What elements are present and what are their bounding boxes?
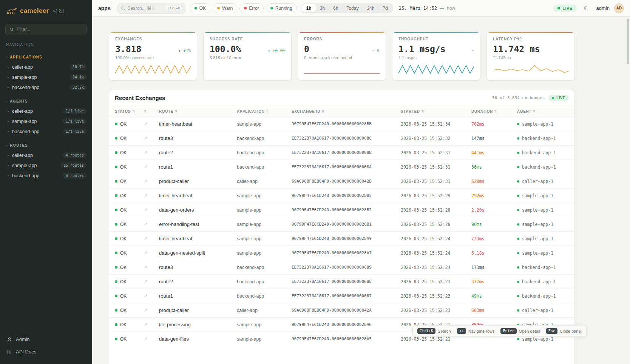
table-row[interactable]: OK ↗ data-gen-nested-split sample-app 90…	[109, 246, 574, 260]
agent-cell: sample-app-1	[517, 250, 569, 256]
sidebar-item-agent[interactable]: ▸ backend-app 1/1 live	[0, 126, 92, 137]
route-cell: data-gen-nested-split	[159, 250, 237, 256]
application-cell: sample-app	[237, 236, 292, 241]
section-routes-header[interactable]: ▾ ROUTES	[0, 143, 92, 147]
open-exchange-icon[interactable]: ↗	[144, 293, 159, 298]
column-header-agent[interactable]: AGENT ⇅	[517, 109, 569, 114]
open-exchange-icon[interactable]: ↗	[144, 236, 159, 241]
open-exchange-icon[interactable]: ↗	[144, 250, 159, 255]
table-row[interactable]: OK ↗ timer-heartbeat sample-app 90799F47…	[109, 117, 574, 131]
date-range[interactable]: 25. März 14:52 — now	[399, 6, 455, 11]
table-row[interactable]: OK ↗ route2 backend-app EE7322370A10617-…	[109, 146, 574, 160]
agent-cell: backend-app-1	[517, 279, 569, 284]
table-row[interactable]: OK ↗ product-caller caller-app 69AC90BF8…	[109, 303, 574, 318]
sidebar-item-agent[interactable]: ▸ sample-app 1/1 live	[0, 116, 92, 126]
stat-card-throughput[interactable]: THROUGHPUT 1.1 msg/s → 1.1 msg/s	[392, 32, 480, 81]
column-header-route[interactable]: ROUTE ⇅	[159, 109, 237, 114]
column-header-started[interactable]: STARTED ⇅	[401, 109, 471, 114]
table-row[interactable]: OK ↗ route1 backend-app EE7322370A10617-…	[109, 289, 574, 303]
column-header-exchange-id[interactable]: EXCHANGE ID ⇅	[292, 109, 401, 114]
sidebar-item-application[interactable]: ▸ backend-app 32.2k	[0, 82, 92, 92]
open-exchange-icon[interactable]: ↗	[144, 179, 159, 184]
table-row[interactable]: OK ↗ data-gen-orders sample-app 90799F47…	[109, 203, 574, 217]
section-applications-header[interactable]: ▾ APPLICATIONS	[0, 55, 92, 59]
status-filter-chip[interactable]: OK	[190, 3, 210, 13]
table-row[interactable]: OK ↗ error-handling-test sample-app 9079…	[109, 217, 574, 232]
scrollbar-thumb[interactable]	[627, 19, 629, 64]
open-exchange-icon[interactable]: ↗	[144, 164, 159, 169]
status-dot	[217, 7, 220, 9]
time-range-7d[interactable]: 7d	[378, 4, 392, 12]
table-row[interactable]: OK ↗ timer-heartbeat sample-app 90799F47…	[109, 189, 574, 203]
open-exchange-icon[interactable]: ↗	[144, 308, 159, 313]
table-row[interactable]: OK ↗ route3 backend-app EE7322370A10617-…	[109, 260, 574, 275]
sort-icon: ⇅	[494, 110, 497, 113]
open-exchange-icon[interactable]: ↗	[144, 265, 159, 270]
time-range-3h[interactable]: 3h	[316, 4, 329, 12]
sidebar-item-api-docs[interactable]: API Docs	[0, 346, 92, 358]
open-exchange-icon[interactable]: ↗	[144, 193, 159, 198]
open-exchange-icon[interactable]: ↗	[144, 222, 159, 227]
sparkline-latency	[493, 62, 568, 75]
chevron-right-icon: ▸	[8, 120, 9, 123]
column-header-duration[interactable]: DURATION ⇅	[471, 109, 517, 114]
time-range-6h[interactable]: 6h	[329, 4, 342, 12]
agent-live-dot	[517, 238, 519, 240]
exchange-id-cell: 90799F47E6CD24D-00000000000028A5	[292, 336, 401, 341]
routes-badge: 16 routes	[60, 163, 87, 168]
stat-card-exchanges[interactable]: EXCHANGES 3.818 ↑ +1% 100.0% success rat…	[109, 32, 197, 81]
time-range-today[interactable]: Today	[342, 4, 363, 12]
scrollbar[interactable]	[627, 17, 629, 364]
hint-item: ↑↓ Navigate rows	[457, 328, 495, 334]
live-badge: 1/1 live	[63, 129, 87, 134]
section-agents-header[interactable]: ▾ AGENTS	[0, 99, 92, 103]
sidebar-item-route[interactable]: ▸ sample-app 16 routes	[0, 160, 92, 170]
table-row[interactable]: OK ↗ route2 backend-app EE7322370A10617-…	[109, 275, 574, 289]
open-exchange-icon[interactable]: ↗	[144, 336, 159, 341]
table-row[interactable]: OK ↗ route1 backend-app EE7322370A10617-…	[109, 160, 574, 174]
card-accent-strip	[109, 32, 197, 33]
status-ok-dot	[115, 323, 117, 326]
live-indicator[interactable]: LIVE	[553, 5, 576, 12]
open-exchange-icon[interactable]: ↗	[144, 207, 159, 212]
sidebar-filter-input[interactable]	[17, 27, 83, 32]
agent-live-dot	[517, 295, 519, 297]
sidebar-item-application[interactable]: ▸ sample-app 84.1k	[0, 72, 92, 82]
column-header-application[interactable]: APPLICATION ⇅	[237, 109, 292, 114]
table-row[interactable]: OK ↗ route3 backend-app EE7322370A10617-…	[109, 131, 574, 146]
sidebar-item-admin[interactable]: Admin	[0, 333, 92, 346]
open-exchange-icon[interactable]: ↗	[144, 322, 159, 327]
sidebar-item-route[interactable]: ▸ caller-app 4 routes	[0, 150, 92, 160]
open-exchange-icon[interactable]: ↗	[144, 279, 159, 284]
status-filter-chip[interactable]: Warn	[213, 3, 237, 13]
agent-cell: caller-app-1	[517, 308, 569, 313]
count-badge: 10.7k	[69, 64, 87, 70]
stat-card-success-rate[interactable]: SUCCESS RATE 100.0% ↑ +0.0% 3.818 ok / 0…	[203, 32, 292, 81]
admin-label: Admin	[16, 336, 30, 342]
sidebar-item-agent[interactable]: ▸ caller-app 1/1 live	[0, 106, 92, 116]
duration-cell: 377ms	[471, 279, 517, 284]
column-header-status[interactable]: STATUS ⇅	[115, 109, 144, 114]
open-exchange-icon[interactable]: ↗	[144, 150, 159, 155]
stat-card-latency[interactable]: LATENCY P99 11.742 ms 11.742ms	[486, 32, 575, 81]
duration-cell: 733ms	[471, 236, 517, 241]
live-label: LIVE	[556, 96, 565, 100]
sidebar-item-route[interactable]: ▸ backend-app 6 routes	[0, 170, 92, 181]
column-header-actions[interactable]: ⇅	[144, 110, 159, 113]
time-range-24h[interactable]: 24h	[363, 4, 378, 12]
avatar[interactable]: AD	[614, 3, 624, 13]
duration-cell: 441ms	[471, 150, 517, 155]
exchange-id-cell: EE7322370A10617-000000000000068C	[292, 136, 401, 141]
status-filter-chip[interactable]: Running	[266, 3, 297, 13]
open-exchange-icon[interactable]: ↗	[144, 136, 159, 141]
sidebar-item-application[interactable]: ▸ caller-app 10.7k	[0, 62, 92, 72]
global-search-input[interactable]	[128, 6, 164, 11]
hint-label: Navigate rows	[468, 329, 495, 333]
theme-toggle-button[interactable]: ☾	[581, 3, 592, 14]
open-exchange-icon[interactable]: ↗	[144, 121, 159, 126]
table-row[interactable]: OK ↗ product-caller caller-app 69AC90BF8…	[109, 174, 574, 189]
time-range-1h[interactable]: 1h	[302, 4, 316, 12]
stat-card-errors[interactable]: ERRORS 0 → 0 0 errors in selected period	[298, 32, 386, 81]
table-row[interactable]: OK ↗ timer-heartbeat sample-app 90799F47…	[109, 232, 574, 246]
status-filter-chip[interactable]: Error	[239, 3, 264, 13]
